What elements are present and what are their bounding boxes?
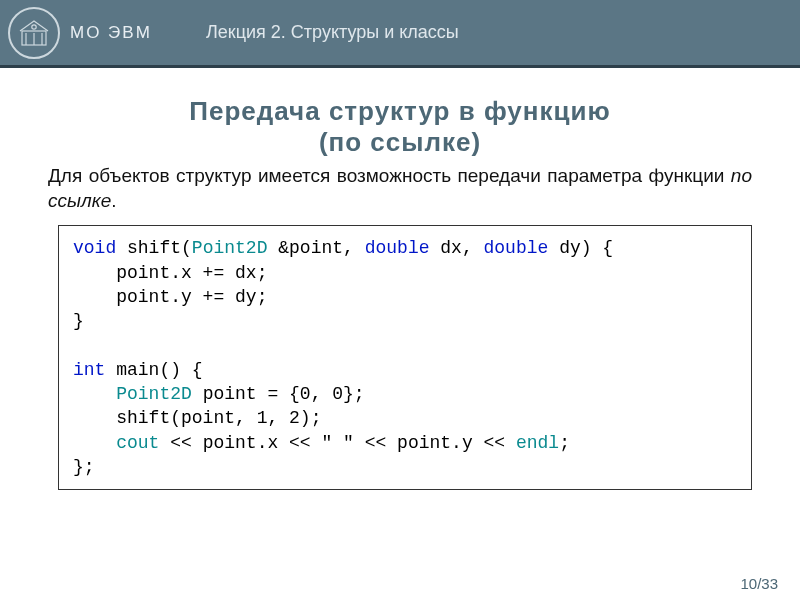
svg-point-1: [32, 24, 36, 28]
university-seal-icon: [8, 7, 60, 59]
kw-double: double: [484, 238, 549, 258]
kw-double: double: [365, 238, 430, 258]
kw-int: int: [73, 360, 105, 380]
code-block: void shift(Point2D &point, double dx, do…: [58, 225, 752, 490]
logo: МО ЭВМ: [8, 7, 188, 59]
slide-header: МО ЭВМ Лекция 2. Структуры и классы: [0, 0, 800, 68]
paragraph-post: .: [111, 190, 116, 211]
kw-type-point2d: Point2D: [192, 238, 268, 258]
kw-endl: endl: [516, 433, 559, 453]
kw-type-point2d: Point2D: [116, 384, 192, 404]
org-name: МО ЭВМ: [70, 23, 152, 43]
slide-title-line2: (по ссылке): [48, 127, 752, 158]
kw-void: void: [73, 238, 116, 258]
slide-title-line1: Передача структур в функцию: [48, 96, 752, 127]
kw-cout: cout: [116, 433, 159, 453]
slide-content: Передача структур в функцию (по ссылке) …: [0, 68, 800, 490]
lecture-title: Лекция 2. Структуры и классы: [206, 22, 459, 43]
page-number: 10/33: [740, 575, 778, 592]
body-paragraph: Для объектов структур имеется возможност…: [48, 164, 752, 213]
paragraph-pre: Для объектов структур имеется возможност…: [48, 165, 731, 186]
